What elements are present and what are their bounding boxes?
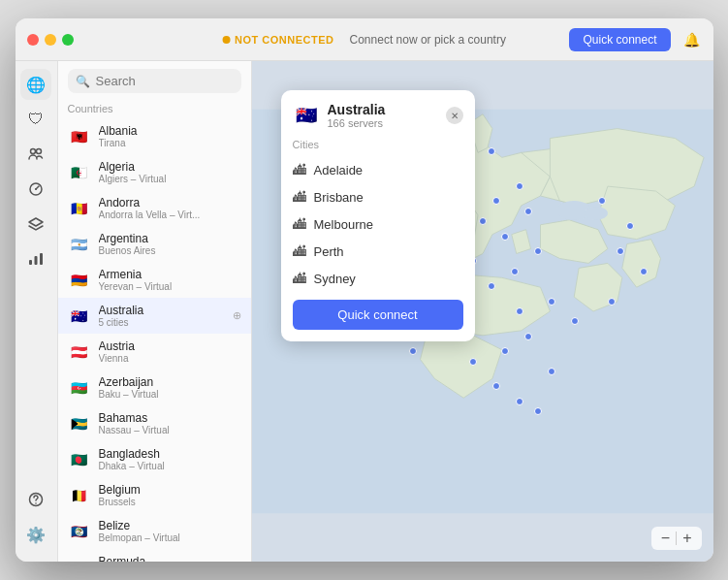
country-info: Algeria Algiers – Virtual bbox=[99, 160, 241, 184]
country-list-item[interactable]: 🇩🇿 Algeria Algiers – Virtual bbox=[58, 154, 251, 190]
country-subtitle: Andorra la Vella – Virt... bbox=[99, 209, 241, 220]
map-dot bbox=[409, 347, 417, 355]
sidebar-icon-dial[interactable] bbox=[20, 174, 51, 205]
map-dot bbox=[516, 182, 523, 190]
country-name: Belize bbox=[99, 519, 241, 532]
country-list-item[interactable]: 🇦🇹 Austria Vienna bbox=[58, 334, 251, 370]
svg-rect-5 bbox=[35, 256, 38, 265]
city-name: Adelaide bbox=[314, 163, 364, 177]
minimize-button[interactable] bbox=[45, 34, 56, 46]
icon-sidebar-top: 🌐 🛡 bbox=[20, 69, 51, 480]
city-name: Sydney bbox=[314, 272, 356, 286]
country-name: Andorra bbox=[99, 196, 241, 209]
sidebar-icon-chart[interactable] bbox=[20, 243, 51, 274]
map-dot bbox=[640, 268, 648, 275]
quick-connect-button[interactable]: Quick connect bbox=[569, 28, 670, 51]
country-info: Andorra Andorra la Vella – Virt... bbox=[99, 196, 241, 220]
country-list-item[interactable]: 🇧🇿 Belize Belmopan – Virtual bbox=[58, 513, 251, 549]
map-dot bbox=[534, 407, 542, 415]
country-name: Albania bbox=[99, 124, 241, 138]
zoom-out-button[interactable]: − bbox=[659, 530, 672, 547]
country-list-item[interactable]: 🇧🇩 Bangladesh Dhaka – Virtual bbox=[58, 441, 251, 477]
popup-title-area: Australia 166 servers bbox=[328, 102, 438, 129]
sidebar-icon-layers[interactable] bbox=[20, 209, 51, 240]
country-info: Albania Tirana bbox=[99, 124, 241, 148]
map-dot bbox=[501, 347, 509, 355]
country-name: Armenia bbox=[99, 268, 241, 281]
country-name: Austria bbox=[99, 339, 241, 353]
popup-close-button[interactable]: ✕ bbox=[446, 107, 463, 124]
country-info: Argentina Buenos Aires bbox=[99, 232, 241, 256]
popup-city-item[interactable]: 🏙 Perth bbox=[281, 238, 475, 265]
country-info: Australia 5 cities bbox=[99, 304, 225, 328]
sidebar-icon-settings[interactable]: ⚙️ bbox=[20, 519, 51, 550]
country-list-item[interactable]: 🇦🇺 Australia 5 cities ⊕ bbox=[58, 298, 251, 334]
popup-quick-connect-button[interactable]: Quick connect bbox=[293, 300, 463, 330]
status-dot bbox=[222, 36, 230, 44]
country-subtitle: Brussels bbox=[99, 497, 241, 507]
zoom-divider bbox=[676, 532, 677, 545]
zoom-in-button[interactable]: + bbox=[681, 530, 693, 547]
country-list-item[interactable]: 🇦🇩 Andorra Andorra la Vella – Virt... bbox=[58, 190, 251, 226]
svg-rect-4 bbox=[29, 260, 32, 265]
map-dot bbox=[571, 317, 579, 325]
main-layout: 🌐 🛡 bbox=[16, 61, 713, 562]
country-name: Algeria bbox=[99, 160, 241, 174]
countries-label: Countries bbox=[58, 101, 251, 118]
country-list: 🇦🇱 Albania Tirana 🇩🇿 Algeria Algiers – V… bbox=[58, 118, 251, 562]
popup-city-item[interactable]: 🏙 Sydney bbox=[281, 265, 475, 292]
country-name: Azerbaijan bbox=[99, 375, 241, 389]
sidebar-icon-globe[interactable]: 🌐 bbox=[20, 69, 51, 100]
country-list-item[interactable]: 🇧🇸 Bahamas Nassau – Virtual bbox=[58, 405, 251, 441]
map-dot bbox=[511, 268, 519, 275]
map-dot bbox=[492, 382, 500, 390]
country-name: Argentina bbox=[99, 232, 241, 245]
country-info: Belgium Brussels bbox=[99, 483, 241, 507]
country-list-item[interactable]: 🇧🇪 Belgium Brussels bbox=[58, 477, 251, 513]
popup-city-item[interactable]: 🏙 Melbourne bbox=[281, 210, 475, 238]
map-dot bbox=[617, 247, 624, 255]
traffic-lights bbox=[27, 34, 74, 46]
country-subtitle: Tirana bbox=[99, 138, 241, 148]
search-input[interactable] bbox=[96, 74, 234, 88]
maximize-button[interactable] bbox=[62, 34, 74, 46]
country-flag: 🇦🇺 bbox=[68, 305, 91, 328]
expand-icon[interactable]: ⊕ bbox=[233, 309, 241, 322]
country-list-item[interactable]: 🇦🇱 Albania Tirana bbox=[58, 118, 251, 154]
map-dot bbox=[492, 197, 500, 205]
popup-city-item[interactable]: 🏙 Brisbane bbox=[281, 183, 475, 210]
popup-cities-label: Cities bbox=[281, 137, 475, 156]
svg-rect-6 bbox=[40, 253, 43, 265]
country-list-item[interactable]: 🇦🇷 Argentina Buenos Aires bbox=[58, 226, 251, 262]
country-list-item[interactable]: 🇦🇲 Armenia Yerevan – Virtual bbox=[58, 262, 251, 298]
icon-sidebar: 🌐 🛡 bbox=[16, 61, 58, 562]
connection-status: NOT CONNECTED bbox=[222, 34, 333, 46]
country-flag: 🇦🇷 bbox=[68, 233, 91, 256]
country-flag: 🇦🇹 bbox=[68, 340, 91, 364]
country-list-item[interactable]: 🇦🇿 Azerbaijan Baku – Virtual bbox=[58, 370, 251, 405]
close-button[interactable] bbox=[27, 34, 39, 46]
country-subtitle: Baku – Virtual bbox=[99, 389, 241, 400]
country-info: Belize Belmopan – Virtual bbox=[99, 519, 241, 543]
svg-point-11 bbox=[585, 207, 608, 220]
country-subtitle: Yerevan – Virtual bbox=[99, 281, 241, 292]
country-name: Bangladesh bbox=[99, 447, 241, 461]
map-dot bbox=[488, 282, 495, 290]
notification-icon[interactable]: 🔔 bbox=[683, 32, 700, 48]
sidebar-icon-help[interactable] bbox=[20, 484, 51, 515]
popup-city-item[interactable]: 🏙 Adelaide bbox=[281, 156, 475, 183]
country-info: Bermuda Hamilton – Virtual bbox=[99, 555, 241, 562]
map-area: 🇦🇺 Australia 166 servers ✕ Cities 🏙 Adel… bbox=[252, 61, 713, 562]
sidebar-icon-shield[interactable]: 🛡 bbox=[20, 104, 51, 135]
titlebar-status-text: Connect now or pick a country bbox=[350, 33, 506, 47]
search-box: 🔍 bbox=[68, 69, 241, 93]
country-subtitle: 5 cities bbox=[99, 317, 225, 328]
sidebar-icon-peers[interactable] bbox=[20, 139, 51, 170]
map-dot bbox=[548, 298, 555, 306]
country-info: Austria Vienna bbox=[99, 339, 241, 364]
country-list-item[interactable]: 🇧🇲 Bermuda Hamilton – Virtual bbox=[58, 549, 251, 562]
country-name: Belgium bbox=[99, 483, 241, 497]
popup-server-count: 166 servers bbox=[328, 117, 438, 129]
map-dot bbox=[501, 233, 509, 241]
map-dot bbox=[516, 398, 523, 405]
